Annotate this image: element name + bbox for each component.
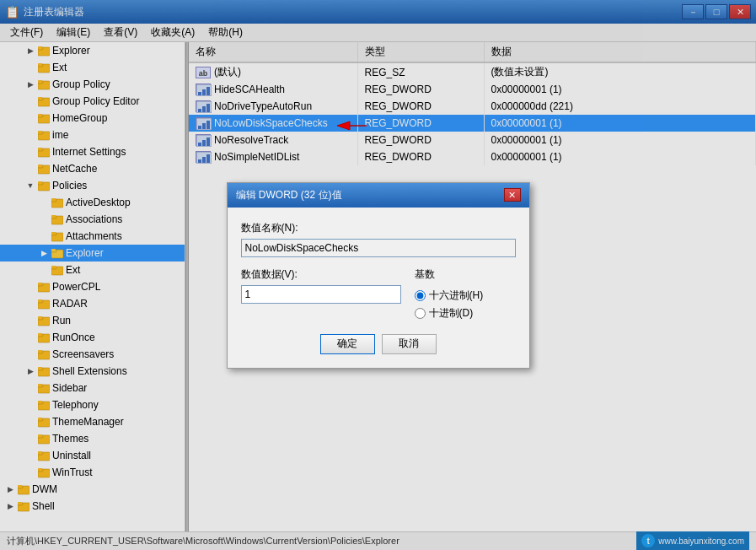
modal-overlay: 编辑 DWORD (32 位)值 ✕ 数值名称(N): 数值数据(V): 基数 … [0,0,756,550]
modal-body: 数值名称(N): 数值数据(V): 基数 十六进制(H) [228,208,529,368]
ok-button[interactable]: 确定 [320,334,375,354]
modal-close-button[interactable]: ✕ [504,188,521,202]
modal-row: 数值数据(V): 基数 十六进制(H) 十进制(D) [241,267,516,321]
value-data-label: 数值数据(V): [241,267,401,282]
radio-dec-label: 十进制(D) [429,306,474,321]
modal-title-text: 编辑 DWORD (32 位)值 [236,188,342,202]
value-name-label: 数值名称(N): [241,221,516,235]
cancel-button[interactable]: 取消 [382,334,437,354]
radio-group: 十六进制(H) 十进制(D) [415,288,516,321]
modal-title-bar: 编辑 DWORD (32 位)值 ✕ [228,183,529,208]
radio-hex-label: 十六进制(H) [429,288,484,303]
base-label: 基数 [415,267,516,282]
radio-hex[interactable]: 十六进制(H) [415,288,516,303]
modal-left: 数值数据(V): [241,267,401,304]
value-name-input[interactable] [241,239,516,257]
radio-dec[interactable]: 十进制(D) [415,306,516,321]
radio-hex-input[interactable] [415,290,426,301]
radio-dec-input[interactable] [415,308,426,319]
modal-buttons: 确定 取消 [241,334,516,354]
value-data-input[interactable] [241,285,401,304]
dword-edit-dialog: 编辑 DWORD (32 位)值 ✕ 数值名称(N): 数值数据(V): 基数 … [227,182,530,369]
modal-right: 基数 十六进制(H) 十进制(D) [415,267,516,321]
